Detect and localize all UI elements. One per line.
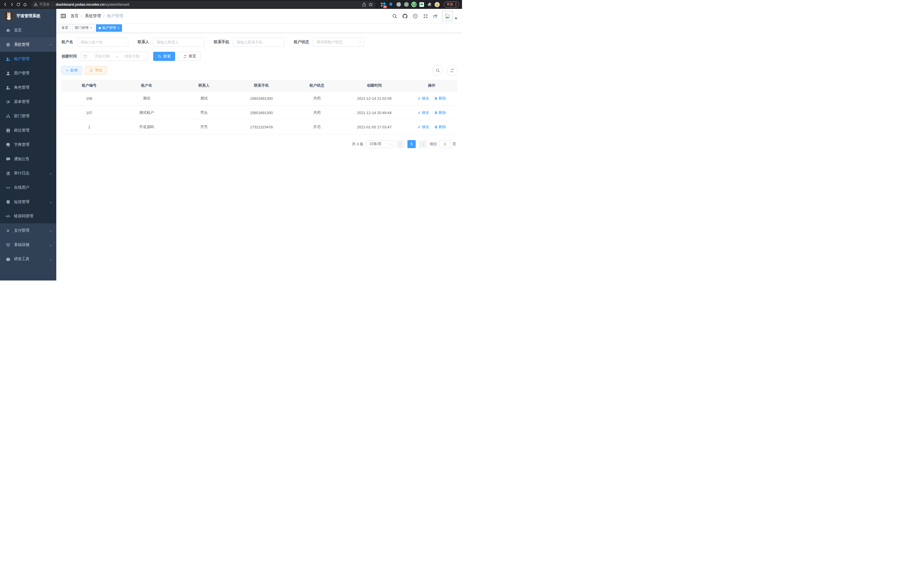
home-icon[interactable] (22, 2, 27, 7)
help-icon[interactable]: ? (412, 14, 418, 19)
chevron-up-icon (50, 43, 52, 47)
reload-icon[interactable] (16, 2, 21, 7)
tenant-name-input[interactable] (77, 38, 128, 47)
select-placeholder: 请选择租户状态 (316, 39, 343, 45)
end-date-placeholder: 结束日期 (118, 54, 146, 59)
delete-link[interactable]: 删除 (434, 96, 446, 101)
y-extension-icon[interactable]: Y (411, 2, 417, 7)
command-extension-icon[interactable] (396, 2, 401, 7)
sidebar-item-user[interactable]: 用户管理 (0, 66, 56, 80)
export-button[interactable]: 导出 (85, 66, 107, 75)
sidebar-item-menu[interactable]: 菜单管理 (0, 95, 56, 109)
share-icon[interactable] (362, 2, 367, 7)
close-icon[interactable]: × (90, 26, 92, 30)
tag-home[interactable]: 首页 (59, 24, 71, 32)
tenant-status-label: 租户状态 (294, 39, 309, 45)
grid-extension-icon[interactable]: 10 (381, 2, 386, 7)
breadcrumb-current: 租户管理 (107, 14, 123, 19)
delete-link[interactable]: 删除 (434, 124, 446, 129)
edit-link[interactable]: 修改 (417, 96, 429, 101)
dict-book-icon (6, 142, 10, 147)
sidebar-item-role[interactable]: 角色管理 (0, 80, 56, 95)
mobile-input[interactable] (233, 38, 284, 47)
add-button[interactable]: + 新增 (62, 66, 82, 75)
sidebar-item-sms[interactable]: 短信管理 (0, 195, 56, 209)
profile-avatar-icon[interactable] (435, 2, 440, 7)
create-time-range-picker[interactable]: 开始日期 - 结束日期 (81, 52, 148, 61)
current-page-button[interactable]: 1 (407, 140, 416, 148)
range-separator: - (116, 54, 118, 59)
pagination: 共 3 条 10条/页 1 前往 页 (62, 140, 458, 148)
back-icon[interactable] (3, 2, 8, 7)
omnibox-divider (52, 3, 53, 7)
tag-tenant[interactable]: 租户管理 × (96, 24, 122, 32)
close-icon[interactable]: × (117, 26, 119, 30)
fullscreen-icon[interactable] (423, 14, 428, 19)
browser-update-button[interactable]: 更新 (444, 2, 459, 8)
chevron-left-icon (399, 143, 401, 145)
edit-link[interactable]: 修改 (417, 124, 429, 129)
contact-input[interactable] (153, 38, 204, 47)
prev-page-button[interactable] (396, 140, 405, 148)
sidebar-group-infra[interactable]: 基础设施 (0, 238, 56, 252)
sidebar-item-dept[interactable]: 部门管理 (0, 109, 56, 123)
chat-extension-icon[interactable] (419, 2, 424, 7)
errcode-code-icon: </> (6, 214, 10, 218)
sidebar-item-dict[interactable]: 字典管理 (0, 138, 56, 152)
next-page-button[interactable] (418, 140, 427, 148)
sidebar-item-audit-log[interactable]: 审计日志 (0, 166, 56, 180)
github-icon[interactable] (402, 14, 408, 19)
add-label: 新增 (70, 68, 77, 73)
broken-avatar-image (442, 11, 453, 21)
online-signal-icon (6, 185, 10, 190)
breadcrumb-system[interactable]: 系统管理 (85, 14, 101, 19)
sidebar-item-label: 短信管理 (14, 199, 29, 205)
tenant-status-select[interactable]: 请选择租户状态 (313, 38, 364, 47)
sidebar-group-devtool[interactable]: 研发工具 (0, 252, 56, 266)
edit-pen-icon (417, 125, 421, 129)
contact-label: 联系人 (138, 39, 149, 45)
address-bar[interactable]: 不安全 dashboard.yudao.iocoder.cn/system/te… (31, 1, 376, 8)
goto-page-input[interactable] (439, 140, 451, 148)
sidebar-group-system[interactable]: 系统管理 (0, 38, 56, 52)
chevron-right-icon (422, 143, 424, 145)
tag-dept[interactable]: 部门管理 × (72, 24, 94, 32)
cell-tenant-name: 芋道源码 (117, 120, 176, 134)
sidebar-item-error-code[interactable]: </> 错误码管理 (0, 209, 56, 223)
header-search-icon[interactable] (392, 14, 398, 19)
sidebar-item-notice[interactable]: 通知公告 (0, 152, 56, 166)
edit-link[interactable]: 修改 (417, 110, 429, 115)
user-avatar-menu[interactable] (442, 11, 458, 21)
app-logo[interactable]: 芋道管理系统 (0, 9, 56, 23)
refresh-button[interactable] (447, 65, 458, 76)
forward-icon[interactable] (9, 2, 14, 7)
font-size-icon[interactable]: TT (433, 14, 437, 19)
page-unit-label: 页 (453, 141, 456, 147)
reset-button[interactable]: 重置 (178, 52, 201, 61)
chevron-down-icon (389, 142, 391, 145)
sidebar-collapse-icon[interactable] (60, 13, 66, 19)
balloon-extension-icon[interactable] (388, 2, 393, 7)
col-tenant-name: 租户名 (117, 80, 176, 91)
search-button[interactable]: 搜索 (153, 52, 175, 61)
infra-monitor-icon (6, 242, 10, 247)
cell-tenant-name: 测试 (117, 91, 176, 105)
page-size-value: 10条/页 (369, 141, 381, 146)
bookmark-star-icon[interactable] (368, 2, 373, 7)
table-header-row: 租户编号 租户名 联系人 联系手机 租户状态 创建时间 操作 (62, 80, 458, 91)
record-extension-icon[interactable] (404, 2, 409, 7)
devtool-briefcase-icon (6, 257, 10, 261)
sidebar-item-home[interactable]: 首页 (0, 23, 56, 38)
page-size-select[interactable]: 10条/页 (366, 140, 393, 148)
sidebar-item-tenant[interactable]: 租户管理 (0, 52, 56, 66)
breadcrumb-home[interactable]: 首页 (70, 14, 79, 19)
sidebar-item-post[interactable]: 岗位管理 (0, 123, 56, 138)
delete-link[interactable]: 删除 (434, 110, 446, 115)
sidebar-item-online-user[interactable]: 在线用户 (0, 180, 56, 195)
puzzle-extensions-icon[interactable] (427, 2, 432, 7)
sidebar-group-label: 系统管理 (14, 42, 29, 47)
chevron-down-icon (50, 200, 52, 204)
sidebar-group-pay[interactable]: ¥ 支付管理 (0, 223, 56, 238)
cell-actions: 修改 删除 (406, 91, 458, 105)
toggle-search-button[interactable] (432, 65, 443, 76)
